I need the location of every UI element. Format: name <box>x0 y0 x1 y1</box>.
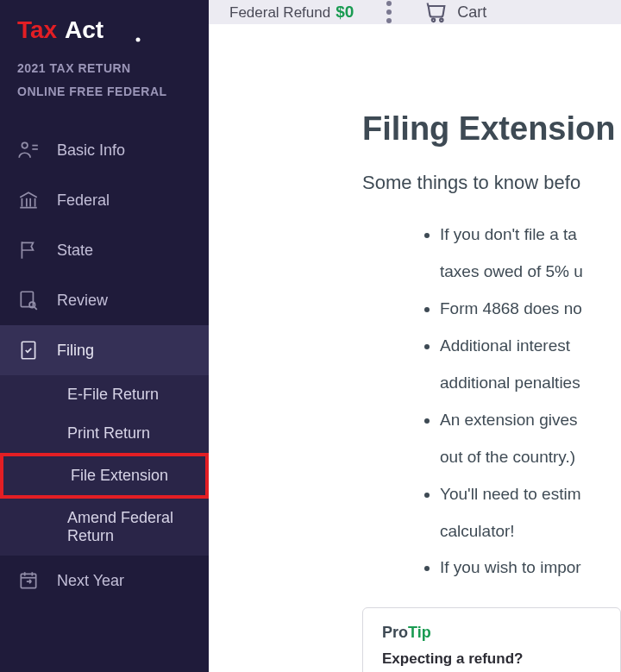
subnav-efile-return[interactable]: E-File Return <box>0 375 209 414</box>
tax-year-label: 2021 TAX RETURN <box>17 57 191 80</box>
cart-icon <box>424 0 448 24</box>
svg-rect-12 <box>21 292 33 306</box>
flag-icon <box>17 239 40 261</box>
sidebar-item-state[interactable]: State <box>0 225 209 275</box>
document-check-icon <box>17 339 40 361</box>
sidebar-item-label: State <box>57 242 93 260</box>
list-item: Form 4868 does no <box>440 292 621 326</box>
protip-title: ProTip <box>382 624 601 642</box>
sidebar-item-basic-info[interactable]: Basic Info <box>0 125 209 175</box>
list-item: If you wish to impor <box>440 551 621 585</box>
subnav-label: File Extension <box>71 467 168 484</box>
cart-label: Cart <box>457 3 486 22</box>
svg-point-20 <box>432 19 436 22</box>
sidebar-item-label: Next Year <box>57 572 124 590</box>
sidebar-meta: 2021 TAX RETURN ONLINE FREE FEDERAL <box>0 57 209 125</box>
svg-text:Tax: Tax <box>17 16 58 43</box>
refund-amount: $0 <box>336 3 354 22</box>
list-item: Additional interest <box>440 330 621 363</box>
refund-display[interactable]: Federal Refund $0 <box>229 3 354 22</box>
svg-line-14 <box>34 307 37 310</box>
subnav-label: E-File Return <box>67 386 159 403</box>
list-item: You'll need to estim <box>440 478 621 512</box>
sidebar-item-review[interactable]: Review <box>0 275 209 325</box>
list-item: calculator! <box>440 515 621 549</box>
list-item: out of the country.) <box>440 441 621 474</box>
protip-subtitle: Expecting a refund? <box>382 650 601 668</box>
protip-card: ProTip Expecting a refund? <box>362 607 621 672</box>
subnav-print-return[interactable]: Print Return <box>0 414 209 453</box>
sidebar-item-label: Basic Info <box>57 141 125 160</box>
protip-tip: Tip <box>408 624 431 641</box>
filing-subnav: E-File Return Print Return File Extensio… <box>0 375 209 556</box>
sidebar: Tax Act 2021 TAX RETURN ONLINE FREE FEDE… <box>0 0 209 672</box>
page-subheading: Some things to know befo <box>362 172 621 194</box>
svg-point-21 <box>440 19 442 22</box>
document-search-icon <box>17 289 40 311</box>
list-item: taxes owed of 5% u <box>440 255 621 289</box>
sidebar-item-federal[interactable]: Federal <box>0 175 209 225</box>
taxact-logo-icon: Tax Act <box>17 16 147 45</box>
sidebar-item-label: Filing <box>57 342 94 360</box>
subnav-label: Amend Federal Return <box>67 509 173 544</box>
calendar-arrow-icon <box>17 569 40 592</box>
logo: Tax Act <box>0 0 209 57</box>
bank-icon <box>17 189 40 211</box>
sidebar-item-label: Review <box>57 292 108 310</box>
page-title: Filing Extension <box>362 110 621 148</box>
sidebar-item-next-year[interactable]: Next Year <box>0 556 209 606</box>
refund-label: Federal Refund <box>229 4 330 22</box>
cart-button[interactable]: Cart <box>424 0 486 24</box>
main-area: Federal Refund $0 Cart Filing Extension … <box>209 0 621 672</box>
svg-point-2 <box>136 38 141 42</box>
list-item: additional penalties <box>440 367 621 400</box>
info-list: If you don't file a ta taxes owed of 5% … <box>362 218 621 585</box>
subnav-label: Print Return <box>67 424 150 442</box>
topbar: Federal Refund $0 Cart <box>209 0 621 24</box>
kebab-menu-icon[interactable] <box>386 1 392 23</box>
sidebar-item-label: Federal <box>57 192 110 210</box>
list-item: An extension gives <box>440 404 621 437</box>
subnav-amend-federal[interactable]: Amend Federal Return <box>0 499 209 556</box>
svg-point-3 <box>22 143 28 149</box>
protip-pro: Pro <box>382 624 408 641</box>
sidebar-nav: Basic Info Federal State Review Filing <box>0 125 209 606</box>
content: Filing Extension Some things to know bef… <box>362 24 621 588</box>
sidebar-item-filing[interactable]: Filing <box>0 325 209 375</box>
subnav-file-extension[interactable]: File Extension <box>0 453 209 499</box>
product-label: ONLINE FREE FEDERAL <box>17 80 191 104</box>
user-icon <box>17 139 40 161</box>
list-item: If you don't file a ta <box>440 218 621 252</box>
